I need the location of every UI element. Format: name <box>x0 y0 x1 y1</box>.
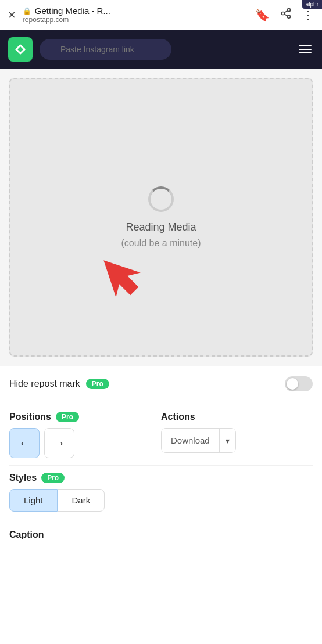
positions-label: Positions Pro <box>9 412 161 422</box>
style-buttons: Light Dark <box>9 489 313 512</box>
styles-pro-badge: Pro <box>41 473 65 483</box>
download-chevron-icon[interactable]: ▾ <box>219 429 235 452</box>
controls-section: Hide repost mark Pro Positions Pro ← → A… <box>0 366 322 545</box>
app-header: 🔗 <box>0 30 322 69</box>
caption-row: Caption <box>9 520 313 545</box>
actions-label: Actions <box>161 412 195 422</box>
lock-icon: 🔒 <box>23 7 31 15</box>
download-button[interactable]: Download <box>162 429 219 452</box>
close-icon[interactable]: × <box>8 8 16 23</box>
next-position-button[interactable]: → <box>44 428 74 458</box>
toggle-knob <box>287 378 298 390</box>
positions-pro-badge: Pro <box>56 412 79 422</box>
positions-col: Positions Pro ← → <box>9 412 161 458</box>
positions-actions-row: Positions Pro ← → Actions Download ▾ <box>9 402 313 465</box>
alphr-badge: alphr <box>302 0 322 9</box>
prev-position-button[interactable]: ← <box>9 428 40 458</box>
caption-label: Caption <box>9 530 313 540</box>
loading-spinner <box>148 186 174 212</box>
browser-actions: 🔖 ⋮ <box>255 8 314 22</box>
browser-title-block: 🔒 Getting Media - R... repostapp.com <box>23 6 248 24</box>
red-arrow-icon <box>92 249 144 301</box>
nav-buttons: ← → <box>9 428 161 458</box>
more-icon[interactable]: ⋮ <box>302 8 314 22</box>
browser-title: 🔒 Getting Media - R... <box>23 6 248 16</box>
svg-point-1 <box>282 12 285 15</box>
hamburger-menu-button[interactable] <box>296 43 314 56</box>
actions-col: Actions Download ▾ <box>161 412 313 453</box>
svg-point-0 <box>288 9 291 12</box>
download-dropdown: Download ▾ <box>161 428 236 453</box>
styles-label: Styles Pro <box>9 473 313 483</box>
hamburger-line <box>299 45 312 46</box>
hamburger-line <box>299 52 312 53</box>
arrow-indicator <box>92 249 144 303</box>
svg-point-2 <box>288 15 291 18</box>
hamburger-line <box>299 49 312 50</box>
styles-row: Styles Pro Light Dark <box>9 465 313 520</box>
hide-repost-pro-badge: Pro <box>86 379 109 389</box>
light-style-button[interactable]: Light <box>9 489 58 512</box>
hide-repost-row: Hide repost mark Pro <box>9 366 313 402</box>
svg-marker-5 <box>92 249 144 301</box>
bookmark-icon[interactable]: 🔖 <box>255 8 270 22</box>
dark-style-button[interactable]: Dark <box>58 489 105 512</box>
browser-bar: × 🔒 Getting Media - R... repostapp.com 🔖… <box>0 0 322 30</box>
hide-repost-label: Hide repost mark <box>9 379 80 389</box>
browser-url: repostapp.com <box>23 16 248 24</box>
svg-line-3 <box>284 14 288 16</box>
url-input[interactable] <box>40 39 171 60</box>
page-title: Getting Media - R... <box>35 6 110 16</box>
app-logo <box>8 37 33 62</box>
share-icon[interactable] <box>280 8 292 22</box>
svg-line-4 <box>284 10 288 12</box>
main-content: Reading Media (could be a minute) <box>0 69 322 366</box>
hide-repost-toggle[interactable] <box>285 376 313 391</box>
reading-media-text: Reading Media <box>126 221 196 233</box>
reading-media-sub: (could be a minute) <box>121 238 201 249</box>
media-preview: Reading Media (could be a minute) <box>9 78 313 357</box>
url-input-wrapper: 🔗 <box>40 39 289 60</box>
